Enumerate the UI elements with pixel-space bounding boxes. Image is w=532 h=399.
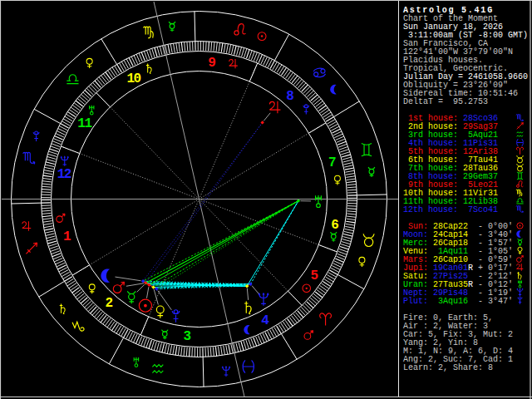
svg-text:8: 8: [286, 89, 293, 104]
svg-text:Plut: 3Aqu16- 3°47': Plut: 3Aqu16- 3°47': [403, 297, 513, 306]
svg-text:3: 3: [184, 329, 191, 344]
svg-text:6: 6: [331, 218, 338, 233]
svg-text:12: 12: [57, 167, 71, 182]
svg-text:Learn: 2, Share: 8: Learn: 2, Share: 8: [403, 363, 493, 372]
svg-text:11: 11: [77, 116, 91, 131]
svg-text:7: 7: [328, 155, 336, 170]
svg-text:10: 10: [126, 71, 140, 86]
svg-text:1: 1: [63, 229, 71, 244]
svg-text:5: 5: [311, 268, 318, 283]
svg-text:12th house: 7Sco41: 12th house: 7Sco41: [403, 205, 498, 214]
svg-text:DeltaT = 95.2753: DeltaT = 95.2753: [403, 97, 488, 106]
svg-text:9: 9: [208, 56, 215, 71]
svg-text:2: 2: [106, 296, 113, 311]
